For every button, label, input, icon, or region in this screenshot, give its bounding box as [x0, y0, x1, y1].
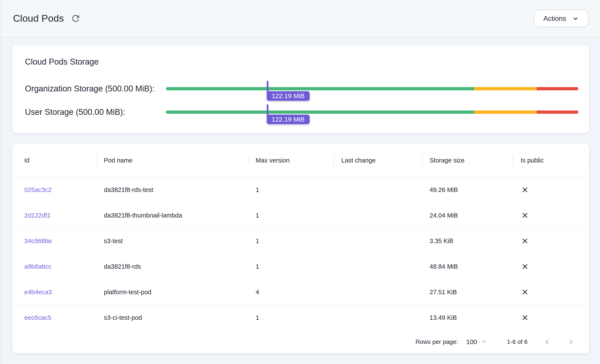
organization-storage-label: Organization Storage (500.00 MiB): [25, 84, 166, 93]
pod-id-link[interactable]: eec6cac5 [24, 314, 51, 321]
cloud-pods-table-card: Id Pod name Max version Last change Stor… [12, 144, 589, 353]
actions-button-label: Actions [544, 15, 566, 23]
max-version-cell: 1 [248, 177, 334, 203]
storage-usage-badge: 122.19 MiB [267, 115, 310, 124]
max-version-cell: 1 [248, 254, 334, 279]
organization-storage-row: Organization Storage (500.00 MiB): 122.1… [25, 77, 578, 100]
storage-size-cell: 48.84 MiB [422, 254, 513, 279]
last-change-cell [334, 305, 422, 330]
rows-per-page-select[interactable]: 100 [466, 338, 486, 346]
storage-card-title: Cloud Pods Storage [25, 56, 578, 68]
storage-size-cell: 27.51 KiB [422, 279, 513, 305]
storage-bar-track [166, 110, 578, 114]
table-pagination: Rows per page: 100 1-6 of 6 [12, 331, 589, 353]
storage-bar: 122.19 MiB [166, 110, 578, 114]
pagination-range: 1-6 of 6 [507, 338, 528, 345]
pod-id-link[interactable]: e4b4eca3 [24, 289, 52, 296]
last-change-cell [334, 177, 422, 203]
max-version-cell: 1 [248, 305, 334, 330]
storage-bar-track [166, 87, 578, 90]
page-title: Cloud Pods [13, 13, 64, 24]
storage-bar-marker [267, 81, 268, 92]
close-icon [521, 211, 529, 220]
storage-usage-badge: 122.19 MiB [267, 91, 310, 101]
pod-name-cell: da3821f8-thumbnail-lambda [96, 203, 248, 228]
pod-id-link[interactable]: 2d122df1 [24, 212, 50, 219]
close-icon [521, 288, 529, 296]
chevron-right-icon [567, 337, 575, 346]
table-row: 34c968be s3-test 1 3.35 KiB [12, 228, 589, 254]
column-header-pod-name[interactable]: Pod name [96, 144, 248, 177]
storage-bar-marker [267, 104, 268, 115]
storage-bar: 122.19 MiB [166, 87, 578, 90]
column-header-last-change[interactable]: Last change [334, 144, 422, 177]
table-row: eec6cac5 s3-ci-test-pod 1 13.49 KiB [12, 305, 589, 330]
close-icon [521, 313, 529, 322]
pod-name-cell: s3-ci-test-pod [96, 305, 248, 330]
pod-name-cell: da3821f8-rds-test [96, 177, 248, 203]
pod-name-cell: platform-test-pod [96, 279, 248, 305]
pod-id-link[interactable]: a9b8abcc [24, 263, 52, 270]
last-change-cell [334, 254, 422, 279]
actions-button[interactable]: Actions [534, 9, 589, 27]
pod-id-link[interactable]: 025ac3c2 [24, 186, 52, 193]
page-header: Cloud Pods Actions [0, 0, 600, 37]
column-header-id[interactable]: Id [12, 144, 96, 177]
close-icon [521, 237, 529, 245]
storage-card: Cloud Pods Storage Organization Storage … [12, 45, 589, 133]
column-header-max-version[interactable]: Max version [248, 144, 334, 177]
close-icon [521, 262, 529, 271]
chevron-left-icon [543, 337, 552, 346]
cloud-pods-table: Id Pod name Max version Last change Stor… [12, 144, 589, 331]
storage-size-cell: 13.49 KiB [422, 305, 513, 330]
select-caret-icon [482, 341, 486, 343]
table-row: a9b8abcc da3821f8-rds 1 48.84 MiB [12, 254, 589, 279]
last-change-cell [334, 203, 422, 228]
column-header-storage-size[interactable]: Storage size [422, 144, 513, 177]
previous-page-button[interactable] [543, 337, 552, 346]
user-storage-row: User Storage (500.00 MiB): 122.19 MiB [25, 100, 578, 124]
table-header-row: Id Pod name Max version Last change Stor… [12, 144, 589, 177]
chevron-down-icon [572, 15, 579, 22]
refresh-icon[interactable] [70, 13, 81, 24]
storage-size-cell: 3.35 KiB [422, 228, 513, 254]
max-version-cell: 1 [248, 203, 334, 228]
pod-name-cell: da3821f8-rds [96, 254, 248, 279]
table-row: 025ac3c2 da3821f8-rds-test 1 49.26 MiB [12, 177, 589, 203]
rows-per-page-label: Rows per page: [415, 338, 458, 345]
last-change-cell [334, 228, 422, 254]
next-page-button[interactable] [567, 337, 575, 346]
last-change-cell [334, 279, 422, 305]
column-header-is-public[interactable]: Is public [513, 144, 589, 177]
max-version-cell: 4 [248, 279, 334, 305]
storage-size-cell: 24.04 MiB [422, 203, 513, 228]
table-row: 2d122df1 da3821f8-thumbnail-lambda 1 24.… [12, 203, 589, 228]
storage-size-cell: 49.26 MiB [422, 177, 513, 203]
pod-name-cell: s3-test [96, 228, 248, 254]
close-icon [521, 185, 529, 194]
max-version-cell: 1 [248, 228, 334, 254]
rows-per-page-value: 100 [466, 338, 477, 346]
table-row: e4b4eca3 platform-test-pod 4 27.51 KiB [12, 279, 589, 305]
pod-id-link[interactable]: 34c968be [24, 237, 52, 244]
user-storage-label: User Storage (500.00 MiB): [25, 108, 166, 117]
